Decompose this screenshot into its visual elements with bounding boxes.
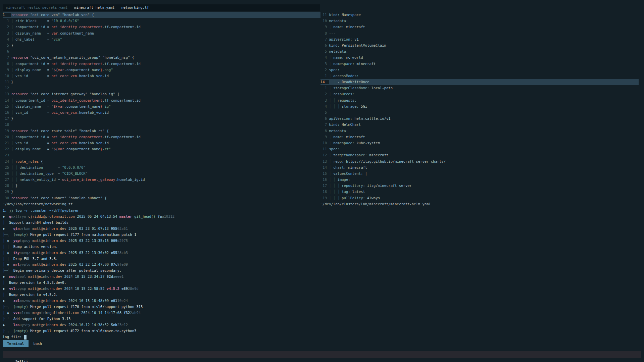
code-token (9, 232, 13, 237)
code-token: } (11, 43, 13, 47)
code-token: ├─╮ (3, 232, 9, 237)
code-line: 17 } (3, 115, 320, 121)
code-token: = (41, 147, 52, 151)
code-line: 19 │ │ │ pullPolicy: Always (320, 195, 639, 201)
log-line: │ │ Bump actions version. (3, 244, 641, 250)
code-token: resource (11, 129, 28, 133)
terminal-pane-title: 1: jj log -r ::master ~/d/ffpyplayer (3, 208, 641, 214)
code-token: matt@einhorn.dev (33, 323, 66, 327)
code-token: 2025-03-23 01:07:13 (68, 226, 109, 230)
code-token: 23e12 (117, 323, 128, 327)
code-line: 25 │ │ destination = "0.0.0.0/0" (3, 164, 320, 170)
code-token: } (11, 116, 13, 120)
line-number: 17 (3, 116, 11, 120)
code-token: { (102, 196, 107, 200)
line-number: 1 (320, 86, 329, 90)
terminal-pane[interactable]: 1: jj log -r ::master ~/d/ffpyplayer ◆ q… (3, 208, 641, 340)
code-token: │ │ (3, 257, 9, 261)
code-token: resources: (333, 92, 354, 96)
line-number: 5 (320, 110, 329, 114)
code-token: matt@einhorn.dev (33, 239, 66, 243)
code-line: 6 (3, 48, 320, 54)
indent-guide: │ │ (11, 177, 19, 182)
code-token: "oci_core_internet_gateway" (30, 92, 88, 96)
code-token: 009 (111, 239, 117, 243)
code-token: spec: (329, 147, 340, 151)
code-token: } (11, 80, 13, 84)
code-token: svpxp (15, 287, 26, 291)
code-line: 27 │ │ network_entity_id = oci_core_inte… (3, 176, 320, 183)
code-token: requests: (338, 98, 357, 102)
log-line: ├─╮ (empty) Merge pull request #172 from… (3, 328, 641, 334)
code-token: .homelab_vcn.id (77, 110, 109, 114)
buffer-tab-minecraft-restic-secrets.yaml[interactable]: minecraft-restic-secrets.yaml (3, 4, 71, 11)
code-line: 22 │ display_name = "${var.compartment_n… (3, 146, 320, 152)
code-token: (empty) (13, 232, 28, 237)
code-token: = (37, 19, 51, 23)
code-token: "oci_core_subnet" (30, 196, 66, 200)
code-token: .homelab_vcn.id (77, 141, 109, 145)
code-line: 9 │ display_name = "${var.compartment_na… (3, 67, 320, 73)
code-token: compartment_id (15, 25, 45, 29)
terminal-tab-terminal[interactable]: Terminal (3, 340, 29, 347)
indent-guide: │ (329, 141, 333, 145)
editor-pane-minecraft-helm-yaml[interactable]: 11 kind: Namespace 10 metadata: 9 │ name… (320, 12, 639, 207)
code-token (5, 287, 9, 291)
code-token: Add support for Python 3.13 (13, 317, 71, 321)
prompt-suffix: : (20, 335, 24, 339)
code-token: kind: (329, 122, 340, 126)
code-token: .tf-compartment.id (102, 25, 141, 29)
code-line-current: 14 │ │ - ReadWriteOnce (320, 79, 639, 85)
code-token: = (28, 141, 52, 145)
code-token: yqp (13, 239, 20, 243)
log-line: │ │ Drop EOL 3.7 and 3.8. (3, 256, 641, 262)
code-token: compartment_id (15, 98, 45, 102)
log-line: ◆ qtnorkxn matt@einhorn.dev 2025-03-23 0… (3, 226, 641, 232)
terminal-prompt[interactable]: log file: (3, 334, 641, 340)
code-token: xlrnu (20, 311, 31, 315)
code-token: 5Gi (359, 104, 367, 108)
code-token: "vcn" (51, 37, 62, 41)
indent-guide: │ │ │ (329, 196, 342, 200)
line-number: 8 (320, 129, 329, 133)
line-number: 4 (320, 104, 329, 108)
code-token: ├─╮ (3, 305, 9, 309)
code-token (9, 262, 13, 266)
line-number: 11 (320, 147, 329, 151)
code-token: 62d (107, 274, 113, 278)
code-token: "homelab_rt" (79, 129, 105, 133)
line-number: 22 (3, 147, 11, 151)
code-token (5, 226, 13, 230)
code-token: "0.0.0.0/0" (62, 165, 86, 169)
terminal-tab-bash[interactable]: bash (29, 340, 46, 347)
code-token: oci_identity_compartment (51, 98, 102, 102)
line-number: 17 (320, 184, 329, 188)
code-line: 3 │ display_name = var.compartment_name (3, 30, 320, 36)
indent-guide: │ (329, 153, 333, 157)
code-token: matt@einhorn.dev (33, 299, 66, 303)
buffer-tab-minecraft-helm.yaml[interactable]: minecraft-helm.yaml (71, 4, 118, 11)
code-token: latest (350, 190, 365, 194)
code-token: kube-system (354, 141, 380, 145)
code-token: f32 (123, 311, 130, 315)
code-token: 2025-03-22 13:35:15 (68, 239, 109, 243)
buffer-tab-networking.tf[interactable]: networking.tf (118, 4, 152, 11)
code-token: │ (3, 251, 7, 255)
code-token: "homelab_nsg" (102, 55, 130, 59)
code-token: uysty (20, 323, 31, 327)
code-token: Drop EOL 3.7 and 3.8. (13, 257, 58, 261)
code-token: ${var (54, 104, 64, 108)
code-token: "10.0.0.0/16" (51, 19, 79, 23)
code-token: aeee1 (113, 274, 124, 278)
code-token: cidr_block (15, 19, 37, 23)
line-number: 2 (3, 25, 11, 29)
indent-guide: │ (329, 86, 333, 90)
indent-guide: │ │ │ (329, 184, 342, 188)
line-number: 13 (320, 159, 329, 163)
code-token: .homelab_ig.id (115, 177, 145, 182)
code-token: display_name (15, 104, 41, 108)
code-line: 2 │ resources: (320, 91, 639, 97)
indent-guide: │ (11, 135, 15, 139)
code-token: = (35, 37, 52, 41)
editor-pane-networking-tf[interactable]: 1 resource "oci_core_vcn" "homelab_vcn" … (3, 12, 320, 207)
